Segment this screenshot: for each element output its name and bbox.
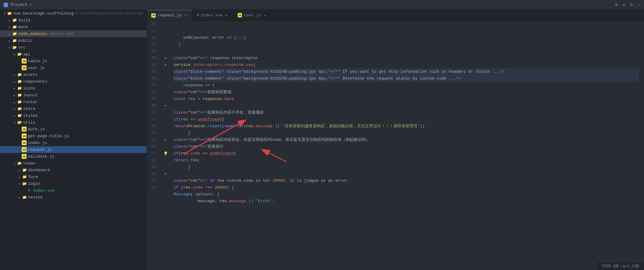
sidebar-item-styles[interactable]: 📁styles <box>0 112 147 119</box>
title-chevron-icon: ▼ <box>30 3 32 7</box>
js-file-icon: JS <box>22 154 27 159</box>
chevron-icon <box>12 100 17 104</box>
sidebar-item-store[interactable]: 📁store <box>0 105 147 112</box>
fold-icon[interactable]: ▼ <box>165 172 166 176</box>
sidebar-item-src[interactable]: 📂src <box>0 44 147 51</box>
sidebar-item-root[interactable]: 📂vue-backstage-scaffoldingD:\biancheng\m… <box>0 10 147 17</box>
code-line: const res = response.data <box>174 96 639 102</box>
tab-close-button[interactable]: ✕ <box>184 13 188 18</box>
sidebar-item-components[interactable]: 📁components <box>0 78 147 85</box>
sidebar-item-public[interactable]: 📁public <box>0 37 147 44</box>
code-line: class="cmt">// if the custom code is not… <box>174 177 639 184</box>
gutter-cell <box>162 28 169 34</box>
code-line <box>174 171 639 177</box>
sidebar-item-label: src <box>18 45 25 50</box>
sidebar-item-views[interactable]: 📂views <box>0 160 147 167</box>
folder-icon: 📁 <box>22 168 27 172</box>
line-number: 60 <box>147 171 159 177</box>
sidebar-item-dashboard[interactable]: 📁dashboard <box>0 167 147 173</box>
sidebar-item-get-page-title-js[interactable]: JSget-page-title.js <box>0 133 147 139</box>
folder-open-icon: 📂 <box>17 161 22 166</box>
sidebar-item-extra: D:\biancheng\myItem\vue-backstage <box>76 11 143 15</box>
sidebar-item-form[interactable]: 📁form <box>0 173 147 180</box>
gutter-cell[interactable]: ▼ <box>162 171 169 177</box>
tab-user-js[interactable]: JSuser.js✕ <box>233 10 272 20</box>
sidebar-item-extra: library root <box>49 32 74 36</box>
sidebar-item-label: vue-backstage-scaffolding <box>13 11 74 16</box>
folder-icon: 📁 <box>12 18 17 23</box>
chevron-icon <box>17 195 22 199</box>
gutter-column: ▼▼▼▼💡▼ <box>162 21 169 270</box>
chevron-icon <box>7 18 12 22</box>
line-number: 45 <box>147 68 159 75</box>
chevron-icon <box>7 32 12 36</box>
fold-icon[interactable]: ▼ <box>165 57 166 60</box>
tab-js-icon: JS <box>151 13 156 18</box>
code-editor[interactable]: 2631323334394045464748495051525354555657… <box>147 21 644 270</box>
line-number: 51 <box>147 109 159 116</box>
sidebar-item-node_modules[interactable]: 📁node_moduleslibrary root <box>0 30 147 37</box>
tab-index-vue[interactable]: Vindex.vue✕ <box>192 10 233 20</box>
sidebar-item-auth-js[interactable]: JSauth.js <box>0 126 147 133</box>
bottom-bar: CSDN @股｜grd_志鹏 <box>597 262 644 270</box>
tab-close-button[interactable]: ✕ <box>262 13 267 17</box>
sidebar-item-index-vue[interactable]: Vindex.vue <box>0 187 147 194</box>
sidebar-item-nested[interactable]: 📁nested <box>0 194 147 201</box>
code-line <box>174 102 639 109</box>
folder-icon: 📁 <box>17 113 22 118</box>
line-number: 58 <box>147 157 159 164</box>
sidebar-item-login[interactable]: 📂login <box>0 180 147 187</box>
sidebar-item-validate-js[interactable]: JSvalidate.js <box>0 153 147 160</box>
line-number: 61 <box>147 177 159 184</box>
tab-close-button[interactable]: ✕ <box>224 13 229 17</box>
sidebar-item-router[interactable]: 📁router <box>0 98 147 105</box>
sidebar-item-build[interactable]: 📁build <box>0 17 147 24</box>
tab-request-js[interactable]: JSrequest.js✕ <box>147 10 192 20</box>
code-line: onRejected: error => {...} <box>174 34 639 41</box>
fold-icon[interactable]: ▼ <box>165 138 166 142</box>
sidebar-item-icons[interactable]: 📁icons <box>0 85 147 92</box>
minimize-icon[interactable]: — <box>638 2 640 7</box>
sidebar-item-utils[interactable]: 📂utils <box>0 119 147 126</box>
gutter-cell <box>162 177 169 184</box>
chevron-icon <box>7 45 12 50</box>
folder-icon: 📁 <box>17 72 22 77</box>
sidebar-item-mock[interactable]: 📁mock <box>0 24 147 30</box>
gutter-cell <box>162 41 169 48</box>
line-number: 32 <box>147 34 159 41</box>
gutter-cell[interactable]: ▼ <box>162 137 169 143</box>
code-content[interactable]: onRejected: error => {...} ) class="cmt"… <box>169 21 644 270</box>
code-line: class="cmt">//如果响应内容不存在，直接抛错 <box>174 109 639 116</box>
gutter-cell[interactable]: ▼ <box>162 62 169 68</box>
sidebar-item-label: mock <box>18 25 28 29</box>
sidebar-item-api[interactable]: 📂api <box>0 51 147 58</box>
line-number: 62 <box>147 184 159 191</box>
gutter-cell[interactable]: 💡 <box>162 150 169 157</box>
folder-icon: 📁 <box>22 175 27 179</box>
globe-icon[interactable]: ⊕ <box>615 2 617 7</box>
folder-icon: 📁 <box>12 25 17 29</box>
status-text: CSDN @股｜grd_志鹏 <box>602 264 639 268</box>
fold-icon[interactable]: ▼ <box>165 63 166 67</box>
sidebar-item-layout[interactable]: 📁layout <box>0 92 147 98</box>
sidebar-item-table-js[interactable]: JStable.js <box>0 58 147 64</box>
sidebar-item-index-js[interactable]: JSindex.js <box>0 139 147 146</box>
sidebar-item-user-js[interactable]: JSuser.js <box>0 64 147 71</box>
gutter-cell <box>162 82 169 89</box>
code-line: Message( options: { <box>174 191 639 198</box>
gutter-cell[interactable]: ▼ <box>162 102 169 109</box>
bulb-icon[interactable]: 💡 <box>163 151 168 156</box>
sidebar-item-label: public <box>18 38 33 43</box>
gutter-cell[interactable]: ▼ <box>162 55 169 62</box>
code-line: ) <box>174 41 639 48</box>
js-file-icon: JS <box>22 65 27 70</box>
split-icon[interactable]: ⇄ <box>623 2 625 7</box>
code-line: class="block-comment" style="background:… <box>174 68 639 75</box>
sidebar-item-assets[interactable]: 📁assets <box>0 71 147 78</box>
sidebar-item-label: validate.js <box>28 154 54 159</box>
fold-icon[interactable]: ▼ <box>165 104 166 108</box>
sidebar-item-label: table.js <box>28 59 47 63</box>
sidebar-item-request-js[interactable]: JSrequest.js <box>0 146 147 153</box>
settings-icon[interactable]: ⚙ <box>630 2 633 7</box>
gutter-cell <box>162 96 169 102</box>
